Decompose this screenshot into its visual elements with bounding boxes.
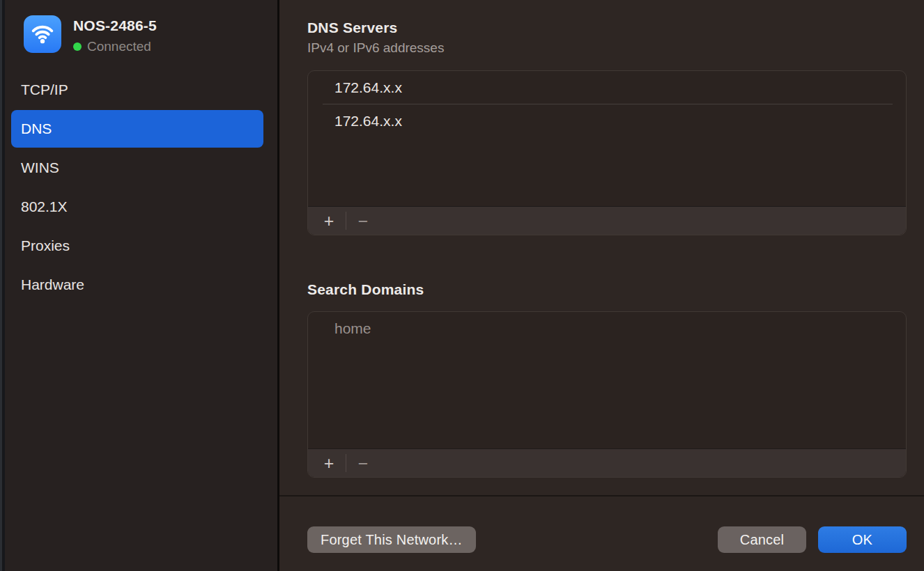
sidebar-item-8021x[interactable]: 802.1X (11, 188, 263, 226)
action-bar: Forget This Network… Cancel OK (279, 496, 924, 571)
network-header: NOS-2486-5 Connected (24, 15, 277, 54)
dns-list-controls: + − (308, 206, 906, 235)
dns-settings-pane: DNS Servers IPv4 or IPv6 addresses 172.6… (279, 0, 924, 571)
dns-add-button[interactable]: + (316, 207, 341, 235)
forget-network-button[interactable]: Forget This Network… (307, 526, 476, 553)
dns-server-row-1[interactable]: 172.64.x.x (308, 71, 906, 104)
dns-remove-button[interactable]: − (351, 207, 376, 235)
search-domain-row-1[interactable]: home (308, 312, 906, 345)
dns-server-value-1: 172.64.x.x (334, 79, 402, 96)
search-domains-header: Search Domains (307, 281, 907, 298)
network-info: NOS-2486-5 Connected (73, 15, 157, 54)
sidebar-item-tcpip[interactable]: TCP/IP (11, 71, 263, 109)
dns-servers-header: DNS Servers IPv4 or IPv6 addresses (307, 19, 907, 56)
network-status: Connected (73, 39, 157, 54)
search-domains-remove-button[interactable]: − (351, 449, 376, 477)
dns-settings-scroll-area: DNS Servers IPv4 or IPv6 addresses 172.6… (279, 0, 924, 495)
search-domain-value-1: home (334, 320, 371, 337)
connected-dot-icon (73, 42, 82, 51)
search-domains-add-button[interactable]: + (316, 449, 341, 477)
dns-servers-title: DNS Servers (307, 19, 907, 36)
dns-server-value-2: 172.64.x.x (334, 113, 402, 130)
sidebar-item-hardware[interactable]: Hardware (11, 266, 263, 304)
dns-server-row-2[interactable]: 172.64.x.x (308, 104, 906, 137)
cancel-button[interactable]: Cancel (718, 526, 806, 553)
network-name: NOS-2486-5 (73, 17, 157, 34)
sidebar-item-proxies[interactable]: Proxies (11, 227, 263, 265)
control-separator (346, 212, 346, 230)
search-domains-title: Search Domains (307, 281, 907, 298)
search-domains-rows: home (308, 312, 906, 448)
network-details-window: NOS-2486-5 Connected TCP/IP DNS WINS 802… (0, 0, 924, 571)
ok-button[interactable]: OK (818, 526, 907, 553)
search-domains-list: home + − (307, 311, 907, 478)
connected-label: Connected (87, 39, 151, 54)
sidebar-item-wins[interactable]: WINS (11, 149, 263, 187)
dns-servers-rows: 172.64.x.x 172.64.x.x (308, 71, 906, 206)
sidebar-item-dns[interactable]: DNS (11, 110, 263, 148)
sidebar: NOS-2486-5 Connected TCP/IP DNS WINS 802… (0, 0, 279, 571)
control-separator (346, 454, 346, 472)
dns-servers-subtitle: IPv4 or IPv6 addresses (307, 40, 907, 56)
dns-servers-list: 172.64.x.x 172.64.x.x + − (307, 70, 907, 235)
search-domains-controls: + − (308, 448, 906, 477)
sidebar-menu: TCP/IP DNS WINS 802.1X Proxies Hardware (0, 71, 277, 304)
action-buttons: Cancel OK (718, 526, 907, 553)
wifi-icon (24, 15, 61, 53)
